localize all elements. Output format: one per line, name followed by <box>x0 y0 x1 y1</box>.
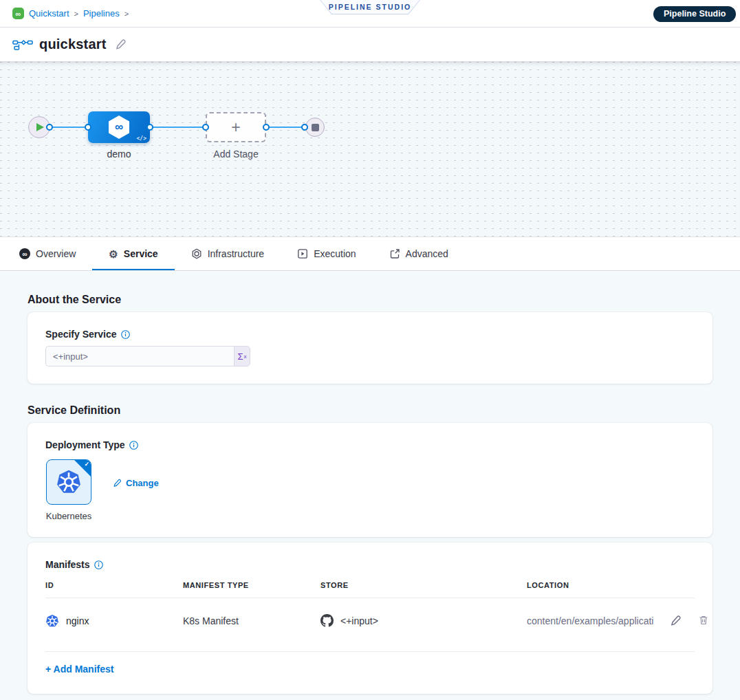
overview-icon: ∞ <box>19 248 30 259</box>
info-icon[interactable] <box>121 330 130 339</box>
connector-port[interactable] <box>301 124 308 131</box>
tab-overview[interactable]: ∞ Overview <box>3 237 92 270</box>
kubernetes-caption: Kubernetes <box>46 511 92 521</box>
add-stage-label: Add Stage <box>206 149 266 160</box>
col-manifest-type: MANIFEST TYPE <box>183 581 320 589</box>
manifest-id: nginx <box>66 615 89 626</box>
stage-node-label: demo <box>88 149 150 160</box>
change-deployment-type-link[interactable]: Change <box>113 478 159 488</box>
connector-line <box>150 127 206 128</box>
code-icon: </> <box>137 135 146 142</box>
specify-service-label: Specify Service <box>45 329 117 340</box>
breadcrumb: ∞ Quickstart > Pipelines > <box>12 8 129 19</box>
pipeline-icon <box>12 39 33 51</box>
about-service-card: Specify Service <+input> Σx <box>28 312 712 384</box>
pipeline-end-node[interactable] <box>305 118 325 137</box>
top-header-bar: ∞ Quickstart > Pipelines > PIPELINE STUD… <box>0 0 740 28</box>
tab-overview-label: Overview <box>36 248 76 259</box>
manifest-row: nginx K8s Manifest <+input> content/en/e… <box>45 598 695 643</box>
page-title: quickstart <box>39 36 107 52</box>
infrastructure-icon <box>191 248 202 259</box>
stop-icon <box>312 124 319 131</box>
col-store: STORE <box>320 581 527 589</box>
add-stage-node[interactable]: + <box>206 112 266 142</box>
connector-port[interactable] <box>85 124 91 131</box>
connector-port[interactable] <box>46 124 53 131</box>
about-service-heading: About the Service <box>28 294 712 306</box>
change-label: Change <box>126 478 159 488</box>
kubernetes-icon <box>45 614 59 628</box>
harness-stage-icon: ∞ <box>109 116 129 139</box>
pipeline-title-bar: quickstart VISUAL YAML <box>0 28 740 62</box>
tab-advanced[interactable]: Advanced <box>373 237 465 270</box>
tab-infrastructure-label: Infrastructure <box>208 248 264 259</box>
tab-infrastructure[interactable]: Infrastructure <box>175 237 281 270</box>
expression-sigma-button[interactable]: Σx <box>234 346 250 367</box>
tab-advanced-label: Advanced <box>406 248 448 259</box>
tab-service[interactable]: ⚙ Service <box>92 237 174 270</box>
breadcrumb-project[interactable]: Quickstart <box>29 8 69 19</box>
sigma-sup-glyph: x <box>244 353 247 360</box>
add-manifest-link[interactable]: + Add Manifest <box>45 664 695 675</box>
connector-line <box>266 127 305 128</box>
edit-manifest-icon[interactable] <box>670 615 682 626</box>
manifest-store: <+input> <box>340 615 378 626</box>
connector-port[interactable] <box>263 124 270 131</box>
tab-service-label: Service <box>124 248 158 259</box>
connector-port[interactable] <box>202 124 209 131</box>
col-location: LOCATION <box>527 581 695 589</box>
service-definition-card: Deployment Type <box>28 423 712 537</box>
breadcrumb-separator: > <box>74 10 78 18</box>
info-icon[interactable] <box>129 441 138 450</box>
service-gear-icon: ⚙ <box>109 249 118 259</box>
pipeline-studio-banner-label: PIPELINE STUDIO <box>320 0 420 14</box>
project-icon: ∞ <box>12 8 24 19</box>
pipeline-canvas[interactable]: ∞ </> demo + Add Stage <box>0 62 740 237</box>
manifests-card: Manifests ID MANIFEST TYPE STORE LOCATIO… <box>28 543 712 694</box>
deployment-type-label: Deployment Type <box>45 439 125 450</box>
col-id: ID <box>45 581 183 589</box>
service-tab-content: About the Service Specify Service <+inpu… <box>0 271 740 700</box>
connector-port[interactable] <box>146 124 153 131</box>
manifests-table-header: ID MANIFEST TYPE STORE LOCATION <box>45 581 695 589</box>
breadcrumb-pipelines[interactable]: Pipelines <box>83 8 120 19</box>
pipeline-studio-banner: PIPELINE STUDIO <box>320 0 420 14</box>
deployment-type-kubernetes-tile[interactable]: ✓ <box>46 459 91 505</box>
execution-icon <box>297 248 308 259</box>
pipeline-studio-button[interactable]: Pipeline Studio <box>653 6 736 22</box>
check-icon: ✓ <box>84 461 89 468</box>
tab-execution-label: Execution <box>314 248 356 259</box>
info-icon[interactable] <box>94 560 103 569</box>
stage-node-demo[interactable]: ∞ </> <box>88 111 150 143</box>
sigma-glyph: Σ <box>237 351 243 362</box>
manifest-location: content/en/examples/applicati <box>527 615 653 626</box>
breadcrumb-separator: > <box>124 10 129 18</box>
advanced-icon <box>389 248 400 259</box>
divider <box>45 651 695 652</box>
edit-pipeline-name-icon[interactable] <box>115 39 127 50</box>
stage-tabs: ∞ Overview ⚙ Service Infrastructure Exec… <box>0 237 740 271</box>
specify-service-input[interactable]: <+input> <box>45 346 234 367</box>
service-definition-heading: Service Definition <box>28 404 712 417</box>
manifests-label: Manifests <box>45 559 90 570</box>
pencil-icon <box>113 479 122 488</box>
delete-manifest-icon[interactable] <box>698 615 709 626</box>
github-icon <box>320 614 334 627</box>
play-icon <box>36 123 44 131</box>
tab-execution[interactable]: Execution <box>281 237 372 270</box>
manifest-type: K8s Manifest <box>183 615 320 626</box>
